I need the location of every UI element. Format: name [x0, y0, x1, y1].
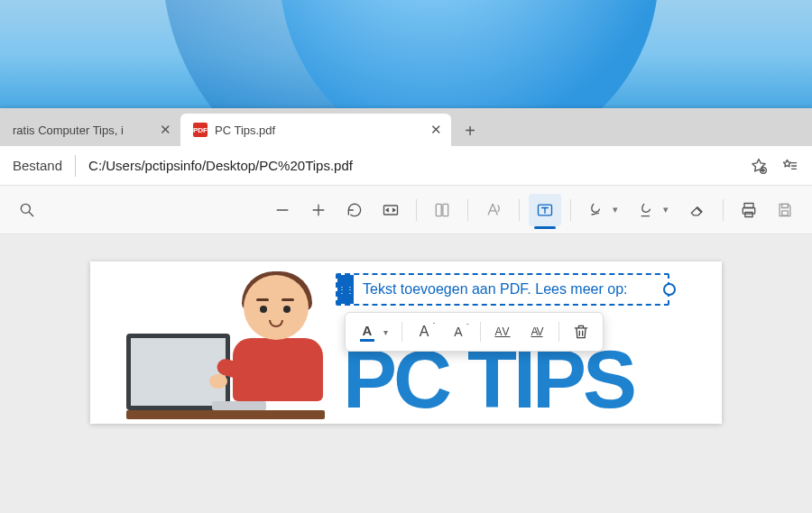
page-view-button[interactable] — [426, 194, 458, 226]
svg-rect-8 — [745, 212, 752, 216]
save-button[interactable] — [769, 194, 801, 226]
close-icon[interactable]: ✕ — [160, 122, 171, 138]
pdf-page[interactable]: PC TIPS ⋮⋮ Tekst toevoegen aan PDF. Lees… — [90, 261, 722, 424]
favorite-add-icon[interactable] — [743, 151, 774, 181]
tab-inactive[interactable]: ratis Computer Tips, i ✕ — [0, 114, 180, 146]
delete-text-button[interactable] — [565, 316, 597, 347]
svg-rect-10 — [782, 210, 789, 215]
svg-point-1 — [21, 204, 30, 213]
text-format-toolbar: A ▾ Aˆ Aˇ AV AV — [345, 312, 604, 352]
zoom-in-button[interactable] — [302, 194, 335, 226]
tab-title: ratis Computer Tips, i — [13, 124, 124, 137]
increase-spacing-button[interactable]: AV — [486, 316, 519, 347]
close-icon[interactable]: ✕ — [430, 122, 442, 138]
chevron-down-icon[interactable]: ▾ — [383, 327, 396, 337]
tab-active[interactable]: PDF PC Tips.pdf ✕ — [180, 114, 451, 146]
zoom-out-button[interactable] — [266, 194, 299, 226]
rotate-button[interactable] — [338, 194, 371, 226]
erase-button[interactable] — [681, 194, 714, 226]
pdf-viewport[interactable]: PC TIPS ⋮⋮ Tekst toevoegen aan PDF. Lees… — [0, 234, 812, 513]
pdf-illustration — [126, 275, 325, 419]
fit-width-button[interactable] — [374, 194, 407, 226]
browser-window: ratis Computer Tips, i ✕ PDF PC Tips.pdf… — [0, 108, 812, 513]
pdf-toolbar: ▾ ▾ — [0, 186, 812, 234]
tab-title: PC Tips.pdf — [215, 124, 275, 137]
add-text-button[interactable] — [529, 194, 561, 226]
pdf-favicon: PDF — [193, 123, 208, 137]
resize-handle[interactable] — [663, 283, 676, 296]
text-annotation-content[interactable]: Tekst toevoegen aan PDF. Lees meer op: — [354, 281, 637, 298]
decrease-font-button[interactable]: Aˇ — [442, 316, 475, 347]
text-color-button[interactable]: A — [351, 316, 383, 347]
print-button[interactable] — [733, 194, 765, 226]
url-text[interactable]: C:/Users/pctipsinfo/Desktop/PC%20Tips.pd… — [76, 158, 743, 173]
draw-button[interactable] — [580, 194, 613, 226]
svg-rect-6 — [744, 203, 753, 207]
svg-rect-9 — [782, 204, 789, 207]
file-scheme-label: Bestand — [0, 155, 76, 177]
decrease-spacing-button[interactable]: AV — [521, 316, 553, 347]
search-icon[interactable] — [11, 194, 43, 226]
chevron-down-icon[interactable]: ▾ — [613, 204, 627, 215]
favorites-list-icon[interactable] — [774, 151, 805, 181]
address-bar: Bestand C:/Users/pctipsinfo/Desktop/PC%2… — [0, 146, 812, 186]
svg-rect-4 — [443, 204, 448, 215]
highlight-button[interactable] — [631, 194, 663, 226]
new-tab-button[interactable]: + — [455, 115, 485, 146]
read-aloud-button[interactable] — [477, 194, 510, 226]
increase-font-button[interactable]: Aˆ — [408, 316, 440, 347]
text-annotation-box[interactable]: ⋮⋮ Tekst toevoegen aan PDF. Lees meer op… — [336, 273, 669, 306]
chevron-down-icon[interactable]: ▾ — [663, 204, 678, 215]
drag-handle-icon[interactable]: ⋮⋮ — [337, 275, 354, 304]
desktop-wallpaper — [0, 0, 812, 108]
tab-strip: ratis Computer Tips, i ✕ PDF PC Tips.pdf… — [0, 108, 812, 146]
svg-rect-3 — [436, 204, 441, 215]
